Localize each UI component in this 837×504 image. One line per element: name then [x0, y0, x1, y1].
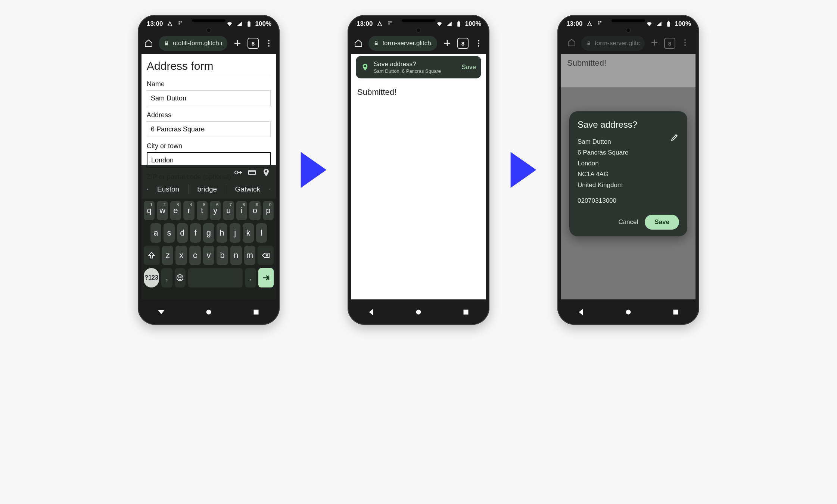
suggestion-1[interactable]: Euston	[153, 185, 183, 193]
system-nav	[557, 299, 699, 325]
key-z[interactable]: z	[162, 246, 174, 265]
nav-back-recent[interactable]	[156, 307, 166, 317]
save-button[interactable]: Save	[645, 215, 679, 230]
symbols-key[interactable]: ?123	[144, 268, 159, 287]
key-g[interactable]: g	[203, 223, 214, 243]
key-u[interactable]: u7	[223, 201, 234, 220]
home-button[interactable]	[354, 38, 363, 48]
suggestion-2[interactable]: bridge	[193, 185, 221, 193]
omnibox[interactable]: form-server.glitch.me	[368, 36, 437, 51]
nav-home[interactable]	[204, 307, 214, 317]
cancel-button[interactable]: Cancel	[618, 218, 638, 226]
key-j[interactable]: j	[230, 223, 240, 243]
keyboard-settings-icon[interactable]	[147, 185, 148, 193]
svg-point-36	[684, 44, 686, 46]
edit-button[interactable]	[670, 133, 679, 142]
omnibox[interactable]: utofill-form.glitch.me	[159, 36, 227, 51]
signal-icon	[236, 21, 243, 27]
city-label: City or town	[147, 142, 271, 150]
tab-switcher[interactable]: 8	[248, 38, 259, 49]
key-c[interactable]: c	[189, 246, 201, 265]
period-key[interactable]: .	[245, 268, 256, 287]
tab-switcher-dimmed: 8	[664, 38, 675, 49]
key-v[interactable]: v	[203, 246, 215, 265]
battery-icon	[455, 21, 462, 27]
omnibox-dimmed: form-server.glitch.me	[581, 36, 645, 51]
key-n[interactable]: n	[230, 246, 242, 265]
address-fill-icon[interactable]	[262, 168, 271, 177]
status-icon-2	[597, 21, 603, 27]
emoji-key[interactable]	[175, 268, 186, 287]
nav-home[interactable]	[414, 307, 423, 317]
home-button[interactable]	[144, 38, 153, 48]
key-k[interactable]: k	[243, 223, 253, 243]
key-e[interactable]: e3	[170, 201, 181, 220]
svg-rect-3	[248, 22, 251, 27]
status-time: 13:00	[357, 20, 373, 28]
submitted-text: Submitted!	[357, 87, 480, 97]
key-b[interactable]: b	[217, 246, 228, 265]
svg-rect-33	[668, 21, 669, 22]
svg-point-34	[684, 39, 686, 41]
svg-point-14	[177, 275, 183, 281]
space-key[interactable]	[188, 268, 243, 287]
payment-icon[interactable]	[248, 168, 256, 177]
nav-back[interactable]	[366, 307, 376, 317]
lock-icon	[374, 40, 379, 46]
tab-switcher[interactable]: 8	[457, 38, 469, 49]
system-nav	[348, 299, 489, 325]
backspace-key[interactable]	[258, 246, 274, 265]
banner-save-button[interactable]: Save	[461, 63, 476, 71]
name-input[interactable]	[147, 90, 271, 106]
key-p[interactable]: p0	[263, 201, 274, 220]
key-y[interactable]: y6	[210, 201, 221, 220]
modal-line-city: London	[578, 158, 679, 169]
pin-icon	[361, 63, 369, 71]
key-m[interactable]: m	[244, 246, 256, 265]
shift-key[interactable]	[144, 246, 160, 265]
menu-button[interactable]	[264, 38, 274, 48]
status-icon-1	[167, 21, 173, 27]
nav-back[interactable]	[576, 307, 586, 317]
key-w[interactable]: w2	[157, 201, 168, 220]
key-d[interactable]: d	[177, 223, 188, 243]
new-tab-button[interactable]	[233, 38, 242, 48]
svg-point-37	[626, 310, 631, 315]
status-icon-1	[376, 21, 383, 27]
key-o[interactable]: o9	[249, 201, 260, 220]
suggestion-3[interactable]: Gatwick	[231, 185, 264, 193]
key-q[interactable]: q1	[144, 201, 155, 220]
svg-rect-28	[463, 310, 468, 315]
svg-rect-13	[147, 189, 148, 190]
key-x[interactable]: x	[175, 246, 187, 265]
on-screen-keyboard[interactable]: q1w2e3r4t5y6u7i8o9p0 asdfghjkl zxcvbnm ?…	[141, 199, 276, 299]
go-key[interactable]	[258, 268, 274, 287]
three-phone-flow: 13:00 100% utofill-form.glitch.me 8	[0, 0, 837, 340]
comma-key[interactable]: ,	[161, 268, 172, 287]
mic-icon[interactable]	[269, 185, 271, 193]
key-f[interactable]: f	[190, 223, 201, 243]
new-tab-button[interactable]	[442, 38, 452, 48]
key-a[interactable]: a	[150, 223, 161, 243]
signal-icon	[446, 21, 452, 27]
menu-button[interactable]	[474, 38, 483, 48]
key-l[interactable]: l	[256, 223, 267, 243]
svg-rect-0	[179, 21, 180, 22]
banner-subtitle: Sam Dutton, 6 Pancras Square	[374, 68, 457, 74]
page-viewport[interactable]: Save address? Sam Dutton, 6 Pancras Squa…	[351, 54, 486, 299]
nav-overview[interactable]	[461, 307, 471, 317]
key-r[interactable]: r4	[183, 201, 194, 220]
key-s[interactable]: s	[164, 223, 174, 243]
status-time: 13:00	[566, 20, 582, 28]
password-icon[interactable]	[233, 168, 242, 177]
save-address-banner[interactable]: Save address? Sam Dutton, 6 Pancras Squa…	[356, 56, 481, 78]
key-i[interactable]: i8	[236, 201, 247, 220]
key-t[interactable]: t5	[197, 201, 208, 220]
menu-dimmed	[681, 38, 690, 49]
key-h[interactable]: h	[217, 223, 227, 243]
address-input[interactable]	[147, 121, 271, 137]
nav-home[interactable]	[623, 307, 633, 317]
nav-overview[interactable]	[671, 307, 681, 317]
battery-icon	[665, 21, 672, 27]
nav-overview[interactable]	[251, 307, 261, 317]
